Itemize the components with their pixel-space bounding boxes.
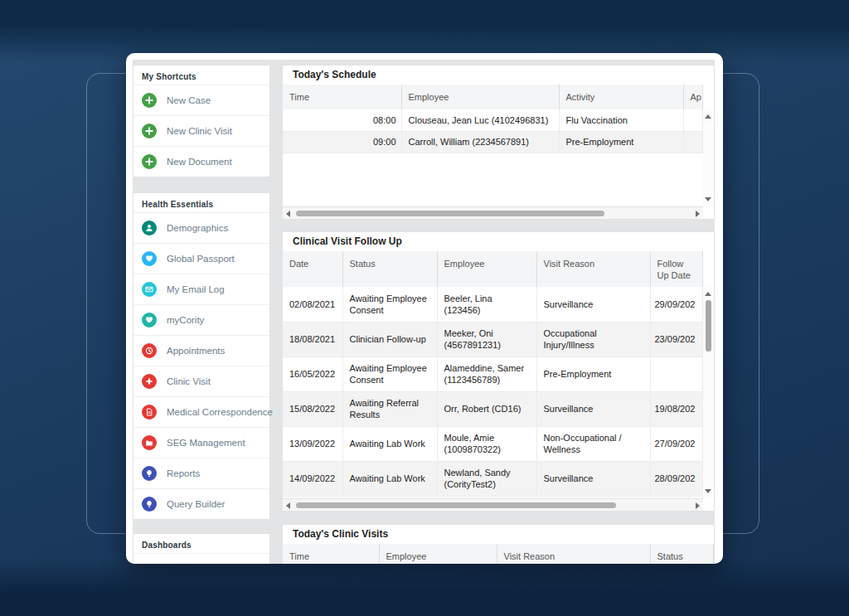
sidebar-section-title: Dashboards [133, 534, 269, 553]
sidebar-item-clinic-visit[interactable]: Clinic Visit [133, 366, 269, 396]
cell-follow-up-date: 28/09/202 [650, 461, 703, 496]
scroll-right-arrow[interactable] [696, 502, 700, 509]
table-row[interactable]: 15/08/2022 Awaiting Referral Results Orr… [283, 391, 703, 426]
cell-appointment [683, 131, 703, 153]
sidebar-item-demographics[interactable]: Demographics [133, 212, 269, 243]
column-header-activity[interactable]: Activity [559, 85, 683, 109]
column-header-appointment[interactable]: Ap [683, 85, 703, 109]
clock-icon [142, 343, 157, 358]
cell-employee: Moule, Amie (1009870322) [437, 426, 536, 461]
sidebar-item-label: Demographics [167, 223, 228, 233]
cell-visit-reason: Non-Occupational / Wellness [536, 426, 650, 461]
table-row[interactable]: 09:00 Carroll, William (2234567891) Pre-… [283, 131, 703, 153]
scroll-right-arrow[interactable] [696, 211, 700, 217]
sidebar-item-query-builder[interactable]: Query Builder [133, 488, 269, 519]
cell-employee: Beeler, Lina (123456) [437, 287, 536, 322]
table-row[interactable]: 14/09/2022 Awaiting Lab Work Newland, Sa… [283, 461, 703, 496]
cell-status: Awaiting Referral Results [342, 391, 437, 426]
column-header-status[interactable]: Status [342, 251, 437, 287]
vertical-scrollbar[interactable] [703, 109, 714, 206]
cell-follow-up-date: 23/09/202 [650, 322, 703, 357]
cell-time: 09:00 [283, 131, 401, 153]
cell-time: 08:00 [283, 109, 401, 131]
sidebar-item-reports[interactable]: Reports [133, 458, 269, 488]
sidebar-item-new-clinic-visit[interactable]: New Clinic Visit [133, 115, 269, 146]
scroll-thumb[interactable] [296, 211, 604, 216]
sidebar-section-health-essentials: Health Essentials Demographics Global Pa… [133, 192, 270, 520]
column-header-time[interactable]: Time [283, 544, 379, 564]
cell-date: 14/09/2022 [283, 461, 342, 496]
column-header-employee[interactable]: Employee [401, 85, 559, 109]
table-row[interactable]: 02/08/2021 Awaiting Employee Consent Bee… [283, 287, 703, 322]
scroll-down-arrow[interactable] [705, 489, 711, 493]
scroll-up-arrow[interactable] [705, 114, 711, 119]
cell-visit-reason: Pre-Employment [536, 357, 650, 391]
app-window: My Shortcuts New Case New Clinic Visit [126, 53, 723, 564]
sidebar-item-label: My Email Log [167, 284, 225, 294]
table-row[interactable]: 16/05/2022 Awaiting Employee Consent Ala… [283, 357, 703, 391]
sidebar-item-health-essentials-dashboard[interactable]: Health Essentials [133, 553, 269, 564]
bar-chart-icon [142, 561, 157, 564]
column-header-visit-reason[interactable]: Visit Reason [536, 251, 650, 287]
scroll-left-arrow[interactable] [286, 211, 290, 217]
heart-icon [142, 313, 157, 327]
lightbulb-icon [142, 497, 157, 512]
column-header-time[interactable]: Time [283, 85, 401, 109]
cell-activity: Pre-Employment [559, 131, 683, 153]
sidebar-item-medical-correspondence[interactable]: Medical Correspondence [133, 396, 269, 427]
cell-status: Awaiting Employee Consent [342, 357, 437, 391]
plus-icon [142, 154, 157, 169]
todays-schedule-header: Time Employee Activity Ap [283, 85, 703, 110]
sidebar-item-my-email-log[interactable]: My Email Log [133, 274, 269, 304]
sidebar-item-global-passport[interactable]: Global Passport [133, 243, 269, 274]
column-header-follow-up-date[interactable]: Follow Up Date [650, 251, 703, 287]
document-icon [142, 405, 157, 420]
scroll-thumb[interactable] [706, 300, 711, 352]
table-row[interactable]: 18/08/2021 Clinician Follow-up Meeker, O… [283, 322, 703, 357]
column-header-visit-reason[interactable]: Visit Reason [497, 544, 650, 564]
scroll-down-arrow[interactable] [705, 197, 711, 201]
cell-visit-reason: Occupational Injury/Illness [536, 322, 650, 357]
folder-icon [142, 435, 157, 450]
cell-status: Awaiting Employee Consent [342, 287, 437, 322]
sidebar-item-new-document[interactable]: New Document [133, 146, 269, 177]
sidebar-item-label: Medical Correspondence [167, 407, 273, 417]
plus-icon [142, 93, 157, 108]
panel-title: Today's Clinic Visits [283, 525, 714, 544]
horizontal-scrollbar[interactable] [283, 206, 703, 219]
table-row[interactable]: 08:00 Clouseau, Jean Luc (4102496831) Fl… [283, 109, 703, 131]
cell-visit-reason: Surveillance [536, 391, 650, 426]
sidebar-item-mycority[interactable]: myCority [133, 304, 269, 335]
column-header-employee[interactable]: Employee [379, 544, 497, 564]
scroll-thumb[interactable] [296, 502, 616, 508]
sidebar-item-appointments[interactable]: Appointments [133, 335, 269, 366]
cell-employee: Newland, Sandy (CorityTest2) [437, 461, 536, 496]
vertical-scrollbar[interactable] [703, 287, 714, 498]
column-header-employee[interactable]: Employee [437, 251, 536, 287]
column-header-status[interactable]: Status [650, 544, 714, 564]
sidebar-item-label: New Case [167, 95, 211, 105]
todays-schedule-rows: 08:00 Clouseau, Jean Luc (4102496831) Fl… [283, 109, 703, 206]
cell-employee: Alameddine, Samer (1123456789) [437, 357, 536, 391]
todays-schedule-panel: Today's Schedule Time Employee Activity … [282, 65, 715, 220]
scroll-left-arrow[interactable] [286, 502, 290, 509]
clinical-visit-follow-up-panel: Clinical Visit Follow Up Date Status Emp… [282, 231, 715, 512]
sidebar-item-seg-management[interactable]: SEG Management [133, 427, 269, 458]
cell-date: 16/05/2022 [283, 357, 342, 391]
column-header-date[interactable]: Date [283, 251, 342, 287]
table-row[interactable]: 13/09/2022 Awaiting Lab Work Moule, Amie… [283, 426, 703, 461]
cell-date: 18/08/2021 [283, 322, 342, 357]
scroll-up-arrow[interactable] [705, 292, 711, 296]
sidebar-section-dashboards: Dashboards Health Essentials [133, 533, 270, 564]
cell-date: 15/08/2022 [283, 391, 342, 426]
sidebar-item-new-case[interactable]: New Case [133, 85, 269, 115]
cell-appointment [683, 109, 703, 131]
cell-employee: Orr, Robert (CD16) [437, 391, 536, 426]
cell-visit-reason: Surveillance [536, 287, 650, 322]
horizontal-scrollbar[interactable] [283, 498, 703, 511]
cell-date: 13/09/2022 [283, 426, 342, 461]
sidebar-item-label: Clinic Visit [167, 376, 211, 386]
cell-status: Clinician Follow-up [342, 322, 437, 357]
cell-activity: Flu Vaccination [559, 109, 683, 131]
cell-follow-up-date: 29/09/202 [650, 287, 703, 322]
